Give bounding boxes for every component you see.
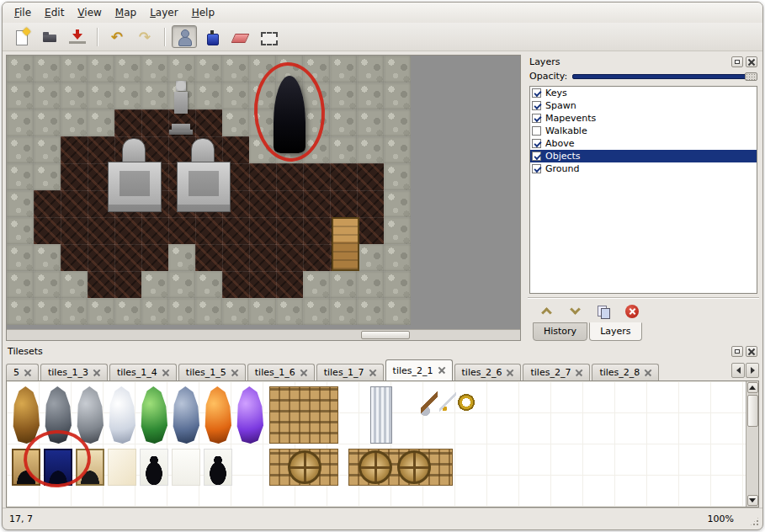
floor-tile[interactable] xyxy=(303,217,330,244)
wall-tile[interactable] xyxy=(34,109,61,136)
dock-tab-layers[interactable]: Layers xyxy=(589,322,641,341)
wall-tile[interactable] xyxy=(384,298,411,325)
horizontal-scrollbar-thumb[interactable] xyxy=(361,331,410,339)
wall-tile[interactable] xyxy=(357,109,384,136)
menu-item-help[interactable]: Help xyxy=(185,4,221,21)
wall-tile[interactable] xyxy=(303,298,330,325)
layer-visibility-checkbox[interactable] xyxy=(532,152,541,161)
layer-visibility-checkbox[interactable] xyxy=(532,126,541,136)
tileset-tile-ore-white[interactable] xyxy=(108,386,136,444)
menu-item-edit[interactable]: Edit xyxy=(38,4,71,21)
wall-tile[interactable] xyxy=(7,190,34,217)
tileset-tile-whip[interactable] xyxy=(456,391,476,413)
tileset-tile-ore-orange[interactable] xyxy=(204,386,232,444)
floor-tile[interactable] xyxy=(61,190,88,217)
wall-tile[interactable] xyxy=(88,298,114,325)
wall-tile[interactable] xyxy=(384,163,411,190)
delete-layer-button[interactable] xyxy=(624,303,640,320)
floor-tile[interactable] xyxy=(61,217,88,244)
wall-tile[interactable] xyxy=(34,244,61,271)
tab-close-button[interactable] xyxy=(162,370,169,376)
tileset-tab-tiles_2_6[interactable]: tiles_2_6 xyxy=(454,364,522,380)
floor-tile[interactable] xyxy=(276,163,303,190)
tileset-tile-cloak-tile[interactable] xyxy=(204,449,232,486)
float-panel-button[interactable] xyxy=(731,56,743,67)
layer-visibility-checkbox[interactable] xyxy=(532,88,541,98)
wall-tile[interactable] xyxy=(357,82,384,109)
floor-tile[interactable] xyxy=(61,163,88,190)
menu-item-layer[interactable]: Layer xyxy=(143,4,184,21)
tab-close-button[interactable] xyxy=(300,370,307,376)
wall-tile[interactable] xyxy=(384,109,411,136)
tileset-tab-tiles_2_7[interactable]: tiles_2_7 xyxy=(523,364,590,380)
close-panel-button[interactable] xyxy=(746,56,757,67)
floor-tile[interactable] xyxy=(303,163,330,190)
layer-row-spawn[interactable]: Spawn xyxy=(530,99,757,112)
tab-close-button[interactable] xyxy=(645,370,651,376)
wall-tile[interactable] xyxy=(330,298,357,325)
wall-tile[interactable] xyxy=(88,56,114,82)
wall-tile[interactable] xyxy=(384,271,411,298)
tileset-tab-tiles_1_6[interactable]: tiles_1_6 xyxy=(247,364,315,380)
floor-tile[interactable] xyxy=(330,190,357,217)
floor-tile[interactable] xyxy=(34,217,61,244)
wall-tile[interactable] xyxy=(7,136,34,163)
wall-tile[interactable] xyxy=(168,271,195,298)
layer-row-walkable[interactable]: Walkable xyxy=(530,125,757,137)
floor-tile[interactable] xyxy=(249,190,276,217)
tileset-tab-tiles_2_8[interactable]: tiles_2_8 xyxy=(592,364,659,380)
layer-visibility-checkbox[interactable] xyxy=(532,114,541,123)
tileset-vertical-scrollbar[interactable] xyxy=(746,381,758,507)
floor-tile[interactable] xyxy=(195,217,222,244)
new-file-button[interactable] xyxy=(9,25,35,48)
floor-tile[interactable] xyxy=(195,109,222,136)
wall-tile[interactable] xyxy=(357,56,384,82)
layer-row-ground[interactable]: Ground xyxy=(530,162,757,175)
wall-tile[interactable] xyxy=(141,56,168,82)
tileset-tile-ore-purple[interactable] xyxy=(236,386,264,444)
wall-tile[interactable] xyxy=(141,82,168,109)
wall-tile[interactable] xyxy=(114,56,141,82)
wall-tile[interactable] xyxy=(7,271,34,298)
floor-tile[interactable] xyxy=(357,163,384,190)
wall-tile[interactable] xyxy=(330,56,357,82)
floor-tile[interactable] xyxy=(249,163,276,190)
wall-tile[interactable] xyxy=(384,136,411,163)
tileset-tab-tiles_1_5[interactable]: tiles_1_5 xyxy=(178,364,246,380)
scroll-tabs-left-button[interactable] xyxy=(731,363,745,378)
tileset-tile-ore-steel[interactable] xyxy=(172,386,200,444)
floor-tile[interactable] xyxy=(141,217,168,244)
wall-tile[interactable] xyxy=(88,109,114,136)
tab-close-button[interactable] xyxy=(24,370,31,376)
dock-tab-history[interactable]: History xyxy=(533,322,587,341)
wall-tile[interactable] xyxy=(357,136,384,163)
tab-close-button[interactable] xyxy=(438,367,445,374)
tab-close-button[interactable] xyxy=(576,370,582,376)
wall-tile[interactable] xyxy=(114,298,141,325)
wall-tile[interactable] xyxy=(195,56,222,82)
map-horizontal-scrollbar[interactable] xyxy=(7,329,520,340)
vertical-scrollbar-thumb[interactable] xyxy=(747,395,758,427)
wall-tile[interactable] xyxy=(7,82,34,109)
wall-tile[interactable] xyxy=(7,217,34,244)
wall-tile[interactable] xyxy=(357,271,384,298)
floor-tile[interactable] xyxy=(61,244,88,271)
layer-visibility-checkbox[interactable] xyxy=(532,101,541,110)
move-layer-down-button[interactable] xyxy=(566,303,583,320)
wall-tile[interactable] xyxy=(222,56,249,82)
wall-tile[interactable] xyxy=(168,298,195,325)
redo-button[interactable]: ↷ xyxy=(132,25,157,48)
save-button[interactable] xyxy=(65,25,90,48)
map-canvas[interactable] xyxy=(7,56,520,329)
wall-tile[interactable] xyxy=(222,298,249,325)
wall-tile[interactable] xyxy=(195,298,222,325)
wall-tile[interactable] xyxy=(141,271,168,298)
wall-tile[interactable] xyxy=(222,109,249,136)
floor-tile[interactable] xyxy=(88,271,114,298)
menu-item-view[interactable]: View xyxy=(71,4,108,21)
wall-tile[interactable] xyxy=(7,298,34,325)
tab-close-button[interactable] xyxy=(93,370,100,376)
wall-tile[interactable] xyxy=(384,82,411,109)
tileset-tile-tile-white[interactable] xyxy=(172,449,200,486)
tileset-tile-ore-gray[interactable] xyxy=(76,386,104,444)
